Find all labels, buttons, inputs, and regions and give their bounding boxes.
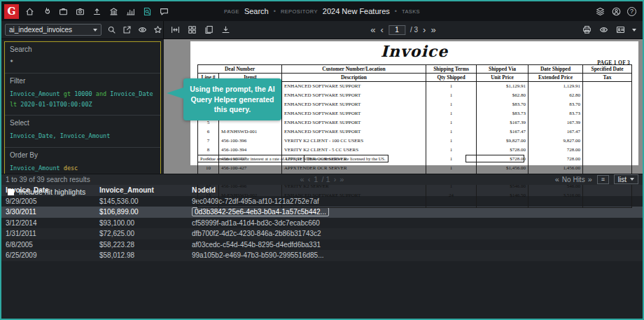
orderby-label: Order By (10, 151, 155, 159)
search-toolbar: ai_indexed_invoices (1, 21, 164, 39)
chart-icon[interactable] (125, 6, 135, 16)
results-page-number: 1 (314, 175, 318, 183)
invoice-footer: Past due amounts will bear interest at a… (197, 155, 524, 162)
result-row[interactable]: 3/30/2011$106,899.000d3b3842-25e6-4eb3-b… (1, 207, 643, 218)
document-toolbar: « ‹ / 3 › » (164, 21, 643, 39)
flame-icon[interactable] (41, 6, 51, 16)
invoice-empty-row (198, 200, 632, 208)
preview-icon[interactable] (598, 25, 609, 35)
invoice-group-header: Deal NumberCustomer Number/LocationShipp… (198, 65, 632, 74)
breadcrumb-tasks-label[interactable]: TASKS (402, 8, 420, 15)
result-row[interactable]: 1/31/2011$72,625.00dfb700f2-4d2c-4230-84… (1, 228, 643, 239)
select-expression[interactable]: Invoice_Date, Invoice_Amount (10, 131, 155, 141)
prev-hit-button[interactable]: « (555, 175, 559, 183)
profile-icon[interactable] (615, 25, 626, 35)
results-pager: « ‹ 1 / 1 › » (300, 175, 344, 183)
results-controls: « No Hits » ≡ list (555, 174, 643, 184)
invoice-footer-box (465, 155, 524, 162)
result-row[interactable]: 3/12/2014$93,100.00cf58999f-ad1a-41d4-bd… (1, 218, 643, 229)
document-tools-left (164, 25, 231, 35)
pages-icon[interactable] (204, 25, 214, 35)
top-bar: G PAGE Search • REPOSITORY 2024 New Feat… (1, 1, 643, 21)
result-node-id: dfb700f2-4d2c-4230-846a-2b86b31743c2 (192, 230, 321, 237)
breadcrumb: PAGE Search • REPOSITORY 2024 New Featur… (224, 7, 420, 15)
invoice-footer-right: These commodities are licensed by the US… (304, 155, 388, 162)
document-viewer: Invoice PAGE 1 OF 3 Deal NumberCustomer … (164, 39, 643, 174)
prev-page-button[interactable]: ‹ (381, 25, 384, 34)
include-hits-row: Include hit highlights (8, 188, 158, 196)
chevron-down-icon (93, 29, 97, 32)
search-label: Search (10, 46, 155, 53)
filter-label: Filter (10, 77, 155, 85)
result-row[interactable]: 6/8/2005$58,223.28af03cedc-c54d-454b-829… (1, 239, 643, 251)
document-search-icon[interactable] (142, 6, 152, 16)
favorite-icon[interactable] (153, 25, 163, 35)
page-number-input[interactable] (388, 25, 405, 35)
secondary-toolbar: ai_indexed_invoices « ‹ / 3 › » (1, 21, 643, 39)
app-logo[interactable]: G (4, 4, 19, 19)
invoice-group-header-cell: Specified Date (583, 65, 632, 74)
breadcrumb-repository-value[interactable]: 2024 New Features (323, 7, 390, 15)
upload-icon[interactable] (92, 6, 102, 16)
results-next-page-button[interactable]: › (334, 175, 337, 183)
result-node-id: 99a105b2-e469-47b3-b590-2995516d85... (192, 251, 324, 259)
include-hits-checkbox[interactable] (8, 189, 14, 195)
filter-section: Filter Invoice_Amount gt 10000 and Invoi… (5, 74, 160, 116)
document-pager: « ‹ / 3 › » (370, 25, 435, 35)
result-row[interactable]: 6/25/2009$58,012.9899a105b2-e469-47b3-b5… (1, 250, 643, 261)
chevron-down-icon (630, 178, 634, 181)
results-last-page-button[interactable]: » (340, 175, 344, 183)
thumbnails-icon[interactable] (187, 25, 197, 35)
result-node-id: 0d3b3842-25e6-4eb3-b0a4-1a57c5b442... (192, 207, 329, 216)
fit-width-icon[interactable] (170, 25, 181, 35)
results-menu-button[interactable]: ≡ (597, 175, 609, 184)
invoice-col-header-cell: Qty Shipped (426, 74, 477, 82)
export-icon[interactable] (122, 25, 132, 35)
select-section: Select Invoice_Date, Invoice_Amount (5, 116, 160, 147)
results-prev-page-button[interactable]: ‹ (308, 175, 311, 183)
chat-icon[interactable] (159, 6, 169, 16)
saved-search-value: ai_indexed_invoices (9, 26, 72, 34)
download-icon[interactable] (220, 25, 231, 35)
result-node-id: cf58999f-ad1a-41d4-bd3c-3dc7ecabc660 (192, 219, 320, 227)
view-mode-value: list (618, 176, 626, 183)
next-hit-button[interactable]: » (588, 175, 592, 183)
hit-navigation: « No Hits » (555, 175, 592, 183)
result-node-id: af03cedc-c54d-454b-8295-d4edfd6ba331 (192, 241, 321, 249)
invoice-group-header-cell: Shipping Terms (426, 65, 477, 74)
topbar-right: ? (595, 6, 643, 16)
building-icon[interactable] (108, 6, 118, 16)
results-summary: 1 to 39 of 39 search results (1, 176, 90, 183)
breadcrumb-page-value[interactable]: Search (244, 7, 269, 15)
results-first-page-button[interactable]: « (300, 175, 304, 183)
invoice-row: 13M-ENHSWD-002ENHANCED SOFTWARE SUPPORT2… (198, 191, 632, 200)
home-icon[interactable] (24, 6, 34, 16)
invoice-row: 6M-ENHSWD-001ENHANCED SOFTWARE SUPPORT1$… (198, 127, 632, 137)
help-icon[interactable]: ? (627, 7, 636, 16)
user-icon[interactable] (611, 6, 621, 16)
layers-icon[interactable] (595, 6, 605, 16)
view-mode-select[interactable]: list (614, 174, 638, 184)
invoice-title: Invoice (190, 42, 638, 60)
page-total-label: / 3 (410, 26, 418, 34)
filter-expression[interactable]: Invoice_Amount gt 10000 and Invoice_Date… (10, 89, 155, 109)
camera-icon[interactable] (75, 6, 85, 16)
print-icon[interactable] (582, 25, 592, 35)
breadcrumb-page-label: PAGE (224, 8, 239, 15)
results-status-bar: 1 to 39 of 39 search results « ‹ 1 / 1 ›… (1, 174, 643, 185)
first-page-button[interactable]: « (370, 25, 375, 34)
next-page-button[interactable]: › (423, 25, 426, 34)
saved-search-select[interactable]: ai_indexed_invoices (5, 24, 102, 36)
orderby-expression[interactable]: Invoice_Amount desc (10, 163, 155, 173)
last-page-button[interactable]: » (430, 25, 435, 34)
watch-icon[interactable] (138, 25, 148, 35)
primary-nav (24, 6, 169, 16)
search-value[interactable]: * (10, 57, 155, 67)
briefcase-icon[interactable] (58, 6, 68, 16)
include-hits-label: Include hit highlights (19, 188, 85, 196)
search-icon[interactable] (107, 25, 117, 35)
invoice-row: 7456-100-396VERITY K2 CLIENT - 100 CC US… (198, 137, 632, 146)
ai-helper-callout: Using the prompt, the AI Query Helper ge… (183, 78, 281, 120)
chevron-down-icon[interactable] (632, 29, 636, 32)
app-root: G PAGE Search • REPOSITORY 2024 New Feat… (0, 0, 644, 320)
